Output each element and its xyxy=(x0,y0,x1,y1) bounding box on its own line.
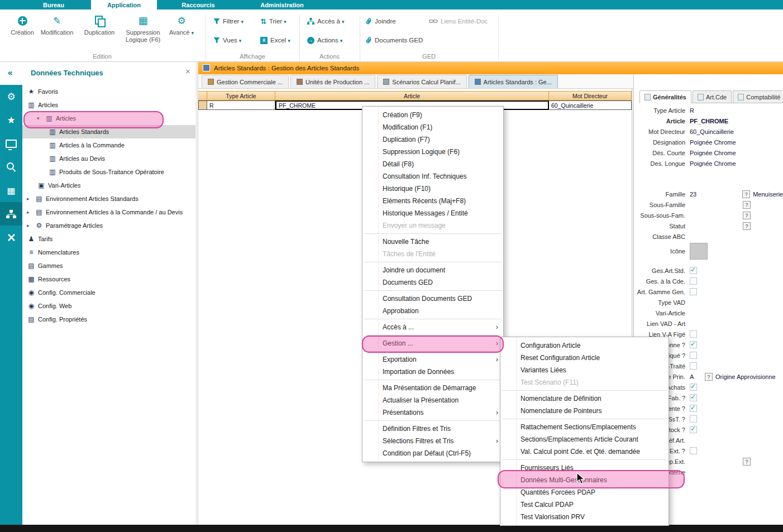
submenu-item[interactable]: Quantités Forcées PDAP xyxy=(500,486,669,499)
tree-item[interactable]: ◉ Config. Web xyxy=(22,299,195,313)
checkbox[interactable] xyxy=(690,267,697,274)
access-button[interactable]: Accès à xyxy=(305,16,346,27)
tree-item[interactable]: ♟ Tarifs xyxy=(22,232,195,246)
collapse-panel-icon[interactable]: « xyxy=(8,68,12,77)
context-menu-item[interactable]: Suppression Logique (F6) xyxy=(362,146,503,158)
nav-tab-raccourcis[interactable]: Raccourcis xyxy=(168,0,229,9)
context-menu-item[interactable]: Eléments Récents (Maj+F8) xyxy=(362,195,503,207)
tools-icon[interactable] xyxy=(0,226,22,249)
tree-item[interactable]: ▸ ▤ Environnement Articles Standards xyxy=(22,192,195,205)
checkbox[interactable] xyxy=(690,384,697,391)
context-menu-item[interactable]: Documents GED xyxy=(362,276,503,289)
favorites-star-icon[interactable]: ★ xyxy=(0,108,22,132)
checkbox[interactable] xyxy=(690,447,697,454)
tree-item[interactable]: ▥ Articles Standards xyxy=(22,125,195,138)
duplicate-button[interactable]: Duplication xyxy=(78,13,121,36)
submenu-item[interactable]: Sections/Emplacements Article Courant xyxy=(500,433,669,445)
advanced-button[interactable]: ⚙ Avancé xyxy=(164,13,199,36)
panel-splitter[interactable] xyxy=(195,61,198,525)
tree-item[interactable]: ▸ ▤ Environnement Articles à la Commande… xyxy=(22,205,195,219)
help-icon[interactable] xyxy=(742,190,750,198)
context-menu-item[interactable]: Importation de Données xyxy=(362,366,503,378)
properties-tab[interactable]: Art.Cde xyxy=(693,90,732,103)
submenu-item[interactable]: Fournisseurs Liés xyxy=(500,462,669,474)
context-menu-item[interactable]: Consultation Inf. Techniques xyxy=(362,170,503,183)
context-menu-item[interactable]: Gestion ... › xyxy=(362,337,503,349)
checkbox[interactable] xyxy=(690,426,697,433)
context-menu-item[interactable]: Définition Filtres et Tris xyxy=(362,423,503,435)
tree-expander-icon[interactable]: ▸ xyxy=(27,223,35,228)
help-icon[interactable] xyxy=(743,212,751,219)
tree-item[interactable]: ◉ Config. Commerciale xyxy=(22,286,195,299)
tree-item[interactable]: ≡ Nomenclatures xyxy=(22,246,195,259)
column-header[interactable]: Mot Directeur xyxy=(549,91,632,100)
tree-expander-icon[interactable]: ▾ xyxy=(37,116,45,121)
context-menu-item[interactable]: Condition par Défaut (Ctrl-F5) xyxy=(362,447,503,459)
filter-button[interactable]: Filtrer xyxy=(211,16,246,27)
row-selector-cell[interactable] xyxy=(198,100,207,110)
entity-doc-links-button[interactable]: Liens Entité-Doc xyxy=(427,16,490,27)
submenu-item[interactable]: Test Calcul PDAP xyxy=(500,499,669,511)
ged-documents-button[interactable]: Documents GED xyxy=(363,35,425,46)
submenu-item[interactable]: Données Multi-Gestionnaires xyxy=(500,474,669,486)
field-value[interactable]: 60_Quincaillerie xyxy=(690,128,734,135)
column-header[interactable]: Type Article xyxy=(207,91,275,100)
field-value[interactable]: Poignée Chrome xyxy=(690,139,736,146)
context-menu-item[interactable]: Accès à ... › xyxy=(362,321,503,333)
document-tab[interactable]: Scénarios Calcul Planif... xyxy=(377,75,466,88)
nav-tab-administration[interactable]: Administration xyxy=(246,0,318,9)
field-value[interactable]: Poignée Chrome xyxy=(690,160,736,167)
monitor-icon[interactable] xyxy=(0,132,22,155)
context-menu-item[interactable]: Joindre un document xyxy=(362,264,503,276)
tree-item[interactable]: ▤ Config. Propriétés xyxy=(22,313,195,326)
submenu-item[interactable]: Nomenclature de Pointeurs xyxy=(500,405,669,417)
column-header[interactable] xyxy=(198,91,207,100)
help-icon[interactable] xyxy=(743,201,751,209)
nav-tab-application[interactable]: Application xyxy=(91,0,157,9)
cell-type-article[interactable]: R xyxy=(207,100,275,110)
settings-icon[interactable]: ⚙ xyxy=(0,85,22,108)
context-menu-item[interactable]: Ma Présentation de Démarrage xyxy=(362,382,503,394)
tree-expander-icon[interactable]: ▸ xyxy=(27,196,35,202)
tree-item[interactable]: ★ Favoris xyxy=(22,85,195,98)
document-tab[interactable]: Articles Standards : Ge... xyxy=(469,75,558,88)
help-icon[interactable] xyxy=(705,373,713,381)
grid-module-icon[interactable]: ▦ xyxy=(0,179,22,202)
tree-item[interactable]: ▾ ▥ Articles xyxy=(22,112,195,125)
tree-item[interactable]: ▸ ⚙ Paramétrage Articles xyxy=(22,219,195,232)
tree-expander-icon[interactable]: ▸ xyxy=(27,209,35,215)
submenu-item[interactable]: Nomenclature de Définition xyxy=(500,392,669,405)
search-icon[interactable] xyxy=(0,155,22,179)
field-value[interactable]: R xyxy=(690,107,694,114)
attach-button[interactable]: Joindre xyxy=(363,16,398,27)
context-menu-item[interactable]: Consultation Documents GED xyxy=(362,293,503,305)
context-menu-item[interactable]: Nouvelle Tâche xyxy=(362,236,503,248)
document-tab[interactable]: Gestion Commerciale ... xyxy=(202,75,289,88)
checkbox[interactable] xyxy=(690,341,697,348)
context-menu-item[interactable]: Présentations › xyxy=(362,406,503,419)
context-menu-item[interactable]: Historique Messages / Entité xyxy=(362,207,503,219)
checkbox[interactable] xyxy=(690,277,697,285)
tree-item[interactable]: ▥ Articles au Devis xyxy=(22,152,195,165)
checkbox[interactable] xyxy=(690,415,697,423)
sort-button[interactable]: ⇅ Trier xyxy=(258,16,289,27)
context-menu-item[interactable]: Détail (F8) xyxy=(362,158,503,170)
icon-placeholder-box[interactable] xyxy=(690,243,708,260)
actions-button[interactable]: Actions xyxy=(305,35,345,46)
excel-button[interactable]: Excel xyxy=(258,35,293,46)
close-panel-icon[interactable]: × xyxy=(185,66,190,76)
context-menu-item[interactable]: Exportation › xyxy=(362,353,503,366)
context-menu-item[interactable]: Actualiser la Présentation xyxy=(362,394,503,406)
context-menu-item[interactable]: Approbation xyxy=(362,305,503,317)
field-value[interactable]: A xyxy=(690,373,702,380)
field-value[interactable]: 23 xyxy=(690,191,739,198)
field-value[interactable]: PF_CHROME xyxy=(690,118,728,124)
tree-item[interactable]: ▣ Vari-Articles xyxy=(22,179,195,192)
submenu-item[interactable]: Variantes Liées xyxy=(500,364,669,376)
checkbox[interactable] xyxy=(690,362,697,370)
context-menu-item[interactable]: Modification (F1) xyxy=(362,121,503,133)
submenu-item[interactable]: Test Valorisation PRV xyxy=(500,511,669,523)
modify-button[interactable]: ✎ Modification xyxy=(36,13,78,36)
submenu-item[interactable]: Val. Calcul point Cde. et Qté. demandée xyxy=(500,445,669,458)
checkbox[interactable] xyxy=(690,330,697,338)
